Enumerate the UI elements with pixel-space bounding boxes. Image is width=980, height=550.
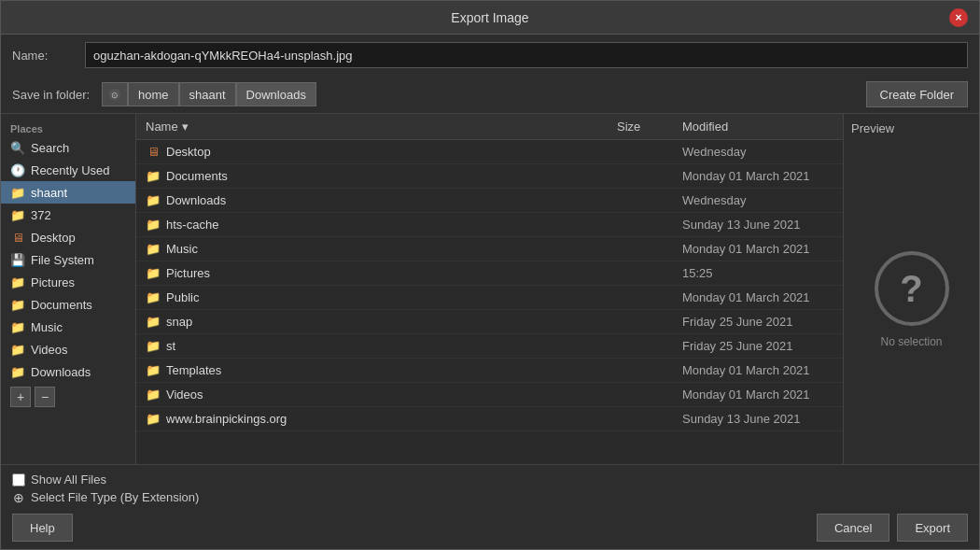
show-all-files-checkbox[interactable]	[12, 473, 25, 487]
file-name: Templates	[166, 363, 221, 377]
help-button[interactable]: Help	[12, 514, 73, 542]
add-bookmark-button[interactable]: +	[10, 387, 31, 407]
sidebar-item-pictures[interactable]: 📁 Pictures	[1, 271, 135, 293]
show-all-files-label: Show All Files	[31, 472, 106, 487]
file-icon: 📁	[146, 364, 161, 377]
documents-folder-icon: 📁	[10, 297, 25, 312]
sidebar-item-372-label: 372	[31, 208, 51, 222]
file-name-cell: 📁Templates	[136, 361, 609, 379]
sidebar-item-music[interactable]: 📁 Music	[1, 316, 135, 338]
file-modified-cell: Monday 01 March 2021	[675, 240, 843, 258]
sidebar-item-desktop[interactable]: 🖥 Desktop	[1, 226, 135, 248]
sidebar-item-downloads-label: Downloads	[31, 365, 91, 379]
file-modified-cell: Monday 01 March 2021	[675, 361, 843, 379]
file-size-cell	[609, 417, 675, 421]
sidebar-item-documents[interactable]: 📁 Documents	[1, 293, 135, 316]
create-folder-button[interactable]: Create Folder	[866, 81, 968, 107]
breadcrumb: ⊙ home shaant Downloads	[102, 82, 861, 106]
file-size-cell	[609, 150, 675, 154]
table-row[interactable]: 📁hts-cacheSunday 13 June 2021	[136, 213, 843, 237]
table-row[interactable]: 📁MusicMonday 01 March 2021	[136, 237, 843, 261]
sidebar-item-desktop-label: Desktop	[31, 231, 76, 245]
file-icon: 📁	[146, 170, 161, 183]
file-size-cell	[609, 320, 675, 324]
sidebar: Places 🔍 Search 🕐 Recently Used 📁 shaant…	[1, 114, 136, 464]
file-name: Downloads	[166, 193, 226, 207]
select-file-type-label: Select File Type (By Extension)	[31, 490, 199, 504]
table-row[interactable]: 📁DownloadsWednesday	[136, 189, 843, 213]
table-row[interactable]: 📁VideosMonday 01 March 2021	[136, 383, 843, 407]
file-icon: 📁	[146, 388, 161, 402]
372-folder-icon: 📁	[10, 207, 25, 222]
file-icon: 📁	[146, 340, 161, 353]
sidebar-places-label: Places	[1, 118, 135, 136]
remove-bookmark-button[interactable]: −	[35, 387, 55, 407]
breadcrumb-downloads[interactable]: Downloads	[236, 82, 316, 106]
sidebar-item-videos-label: Videos	[31, 343, 68, 357]
select-file-type-row[interactable]: ⊕ Select File Type (By Extension)	[12, 488, 968, 506]
file-name: Pictures	[166, 266, 210, 280]
file-name-cell: 🖥Desktop	[136, 143, 609, 161]
cancel-button[interactable]: Cancel	[817, 514, 889, 542]
table-row[interactable]: 📁Pictures15:25	[136, 261, 843, 286]
file-modified-cell: Friday 25 June 2021	[675, 313, 843, 331]
file-modified-cell: Monday 01 March 2021	[675, 167, 843, 185]
filename-input[interactable]	[85, 42, 968, 68]
sidebar-item-videos[interactable]: 📁 Videos	[1, 338, 135, 360]
sidebar-item-recently-used[interactable]: 🕐 Recently Used	[1, 159, 135, 181]
file-modified-cell: Sunday 13 June 2021	[675, 216, 843, 233]
breadcrumb-home-icon[interactable]: ⊙	[102, 82, 128, 106]
sidebar-item-search-label: Search	[31, 141, 69, 155]
sidebar-item-downloads[interactable]: 📁 Downloads	[1, 360, 135, 383]
file-list-container: Name ▾ Size Modified 🖥DesktopWednesday📁D…	[136, 114, 844, 464]
file-size-cell	[609, 345, 675, 348]
table-row[interactable]: 📁www.brainpickings.orgSunday 13 June 202…	[136, 407, 843, 431]
close-button[interactable]: ×	[949, 8, 968, 27]
music-folder-icon: 📁	[10, 319, 25, 334]
pictures-folder-icon: 📁	[10, 275, 25, 289]
breadcrumb-shaant[interactable]: shaant	[179, 82, 236, 106]
column-name-header[interactable]: Name ▾	[136, 115, 609, 138]
table-row[interactable]: 📁DocumentsMonday 01 March 2021	[136, 164, 843, 189]
table-row[interactable]: 📁PublicMonday 01 March 2021	[136, 286, 843, 310]
table-row[interactable]: 🖥DesktopWednesday	[136, 140, 843, 164]
breadcrumb-home[interactable]: home	[128, 82, 179, 106]
sidebar-item-372[interactable]: 📁 372	[1, 204, 135, 226]
name-row: Name:	[1, 35, 979, 76]
folder-row: Save in folder: ⊙ home shaant Downloads …	[1, 76, 979, 114]
sidebar-item-shaant[interactable]: 📁 shaant	[1, 181, 135, 204]
shaant-folder-icon: 📁	[10, 185, 25, 200]
file-name-cell: 📁Public	[136, 289, 609, 306]
file-name: Desktop	[166, 145, 211, 159]
column-modified-header[interactable]: Modified	[675, 115, 843, 138]
sidebar-item-file-system[interactable]: 💾 File System	[1, 248, 135, 271]
file-name-cell: 📁Pictures	[136, 264, 609, 282]
show-all-files-row[interactable]: Show All Files	[12, 471, 968, 488]
column-size-header[interactable]: Size	[609, 115, 675, 138]
bottom-area: Show All Files ⊕ Select File Type (By Ex…	[1, 464, 979, 549]
file-icon: 🖥	[146, 146, 161, 159]
downloads-folder-icon: 📁	[10, 364, 25, 379]
sidebar-item-music-label: Music	[31, 320, 63, 334]
file-name-cell: 📁Documents	[136, 167, 609, 185]
videos-folder-icon: 📁	[10, 342, 25, 357]
file-icon: 📁	[146, 316, 161, 329]
export-button[interactable]: Export	[897, 514, 968, 542]
dialog-title: Export Image	[451, 10, 528, 25]
file-name: Documents	[166, 169, 228, 183]
sidebar-item-search[interactable]: 🔍 Search	[1, 136, 135, 159]
file-name: Videos	[166, 388, 203, 402]
recently-used-icon: 🕐	[10, 162, 25, 177]
file-list: 🖥DesktopWednesday📁DocumentsMonday 01 Mar…	[136, 140, 843, 464]
preview-question-mark: ?	[875, 251, 949, 326]
preview-no-selection: No selection	[880, 335, 942, 348]
table-row[interactable]: 📁snapFriday 25 June 2021	[136, 310, 843, 334]
file-name: hts-cache	[166, 218, 218, 232]
table-row[interactable]: 📁TemplatesMonday 01 March 2021	[136, 359, 843, 383]
file-size-cell	[609, 393, 675, 397]
table-row[interactable]: 📁stFriday 25 June 2021	[136, 334, 843, 359]
file-size-cell	[609, 369, 675, 373]
svg-text:⊙: ⊙	[111, 91, 119, 100]
file-name: Public	[166, 290, 199, 304]
file-size-cell	[609, 296, 675, 300]
